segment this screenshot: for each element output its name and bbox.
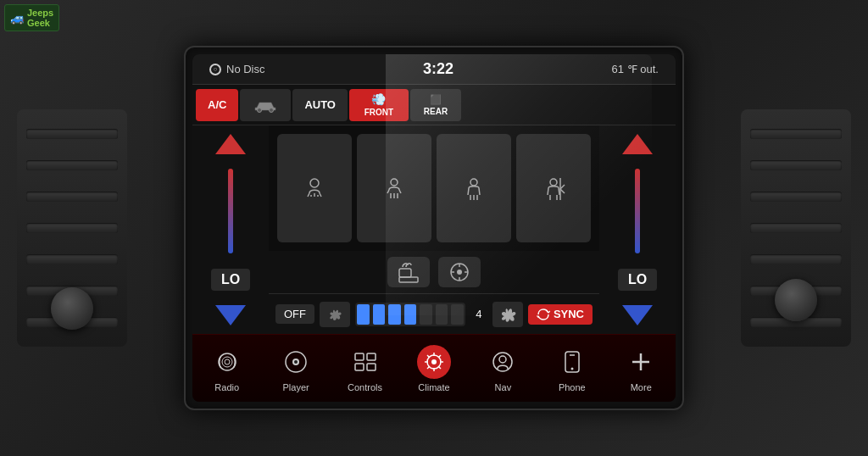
ac-button[interactable]: A/C <box>196 89 238 121</box>
fan-high-icon[interactable] <box>492 302 523 327</box>
top-controls-row: A/C AUTO 💨 FRONT <box>192 85 676 125</box>
fan-seg-7 <box>451 304 464 325</box>
airflow-defrost-feet-button[interactable] <box>516 134 591 242</box>
svg-line-33 <box>427 355 430 358</box>
vent-slat <box>750 223 842 233</box>
svg-point-38 <box>499 356 506 363</box>
phone-label: Phone <box>559 382 586 392</box>
temp-up-right[interactable] <box>622 134 653 154</box>
fan-speed-bar[interactable] <box>355 303 465 326</box>
svg-rect-25 <box>355 364 364 370</box>
fan-seg-4 <box>404 304 417 325</box>
airflow-face-feet-button[interactable] <box>357 134 431 242</box>
logo-jeep-icon: 🚙 <box>10 11 25 25</box>
vent-slat <box>26 160 118 170</box>
more-icon <box>624 345 658 379</box>
temp-bar-right <box>635 169 640 253</box>
seat-heat-sync[interactable] <box>438 257 481 287</box>
controls-icon <box>348 345 382 379</box>
vent-slat <box>750 129 842 139</box>
nav-climate[interactable]: Climate <box>409 345 459 392</box>
phone-icon <box>555 345 589 379</box>
fan-seg-2 <box>373 304 386 325</box>
fan-seg-1 <box>357 304 370 325</box>
temp-up-left[interactable] <box>215 134 246 154</box>
svg-rect-10 <box>399 277 418 282</box>
nav-nav[interactable]: Nav <box>477 345 528 392</box>
climate-center: OFF <box>269 125 599 334</box>
front-button[interactable]: 💨 FRONT <box>349 89 409 121</box>
svg-line-36 <box>427 366 430 369</box>
svg-point-22 <box>294 360 298 364</box>
fan-seg-5 <box>420 304 432 325</box>
radio-label: Radio <box>214 382 239 392</box>
svg-point-2 <box>310 179 319 187</box>
auto-button[interactable]: AUTO <box>292 89 348 121</box>
nav-controls[interactable]: Controls <box>340 345 391 392</box>
climate-body: LO <box>192 125 676 334</box>
climate-icon <box>417 345 451 379</box>
svg-point-1 <box>270 108 274 112</box>
vent-slat <box>750 254 842 264</box>
temp-down-left[interactable] <box>215 305 246 325</box>
svg-point-4 <box>470 179 477 186</box>
left-vent <box>17 109 127 347</box>
temp-down-right[interactable] <box>622 305 653 325</box>
disc-icon: ○ <box>209 64 221 75</box>
fan-speed-number: 4 <box>470 308 487 320</box>
svg-point-18 <box>222 357 232 367</box>
temp-right-control: LO <box>599 125 676 334</box>
seat-heat-left[interactable] <box>387 257 430 287</box>
logo-text: Jeeps Geek <box>27 8 53 28</box>
svg-rect-26 <box>367 364 376 370</box>
airflow-feet-button[interactable] <box>437 134 511 242</box>
rear-button[interactable]: ⬛ REAR <box>410 89 461 121</box>
fan-seg-6 <box>436 304 448 325</box>
svg-rect-24 <box>367 353 376 360</box>
nav-radio[interactable]: Radio <box>202 345 253 392</box>
more-label: More <box>631 382 652 392</box>
svg-line-35 <box>438 355 441 358</box>
temp-label-right: LO <box>618 269 657 291</box>
svg-line-34 <box>438 366 441 369</box>
svg-point-3 <box>391 179 398 186</box>
svg-point-28 <box>431 359 437 364</box>
temp-left-control: LO <box>192 125 269 334</box>
screen: ○ No Disc 3:22 61 ℉ out. A/C <box>192 54 676 402</box>
nav-icon <box>486 345 520 379</box>
nav-more[interactable]: More <box>615 345 666 392</box>
svg-rect-23 <box>355 353 364 360</box>
temp-label-left: LO <box>211 269 250 291</box>
airflow-face-button[interactable] <box>277 134 352 242</box>
nav-player[interactable]: Player <box>270 345 321 392</box>
logo-overlay: 🚙 Jeeps Geek <box>4 4 59 31</box>
nav-phone[interactable]: Phone <box>547 345 598 392</box>
clock-display: 3:22 <box>423 60 453 78</box>
vent-slat <box>26 192 118 202</box>
fan-off-button[interactable]: OFF <box>275 304 314 324</box>
svg-point-5 <box>550 179 557 186</box>
radio-icon <box>210 345 244 379</box>
airflow-area <box>269 125 599 251</box>
temp-bar-left <box>228 169 233 253</box>
no-disc-label: No Disc <box>226 63 265 75</box>
fan-low-icon[interactable] <box>320 302 350 327</box>
right-vent <box>741 109 851 347</box>
status-bar: ○ No Disc 3:22 61 ℉ out. <box>192 54 676 85</box>
vent-knob-right[interactable] <box>775 279 817 321</box>
car-icon-button[interactable] <box>240 89 291 121</box>
outside-temp: 61 ℉ out. <box>612 63 659 75</box>
vent-slat <box>750 192 842 202</box>
screen-bezel: ○ No Disc 3:22 61 ℉ out. A/C <box>184 46 684 410</box>
vent-knob-left[interactable] <box>51 287 93 330</box>
status-left: ○ No Disc <box>209 63 265 75</box>
svg-point-0 <box>258 108 262 112</box>
svg-point-12 <box>457 270 462 275</box>
svg-rect-9 <box>399 269 411 277</box>
sync-button[interactable]: SYNC <box>528 304 593 325</box>
seat-heat-row <box>269 251 599 293</box>
vent-slat <box>26 129 118 139</box>
nav-bar: Radio Player <box>192 334 676 402</box>
svg-point-41 <box>570 367 573 370</box>
nav-label-text: Nav <box>495 382 512 392</box>
